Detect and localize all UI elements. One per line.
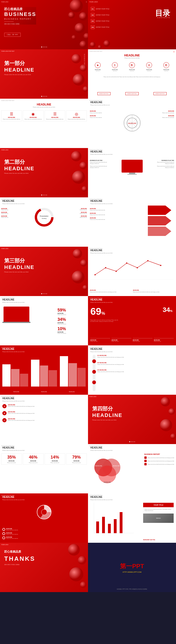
- slide-2-toc: YOUR LOGO 目录 CONTENTS 01 ENTER YOUR TITL…: [88, 0, 176, 49]
- svg-rect-60: [108, 524, 111, 533]
- s9-headline: HEADLINE: [2, 200, 14, 202]
- s11-section-cn: 第三部分: [4, 257, 25, 264]
- svg-point-46: [160, 419, 172, 431]
- slide-row-6: YOUR LOGO 第三部分 HEADLINE Please enter the…: [0, 247, 176, 296]
- s5-sub: Please enter the text and title you are …: [0, 106, 88, 108]
- svg-marker-30: [148, 216, 171, 226]
- s4-desc: Please enter the text that fits the titl…: [90, 76, 174, 78]
- stat-3: 10% HEADLINE Please enter the text: [57, 326, 86, 334]
- svg-point-55: [41, 509, 47, 515]
- s8-left: BUSINESS PLAN TWO Please enter the text …: [90, 160, 108, 168]
- btn-1[interactable]: ENTER YOUR TITLE: [97, 92, 111, 95]
- svg-point-0: [70, 0, 83, 12]
- col-b: ◉ HEADLINE Please enter the text that fi…: [23, 110, 43, 121]
- s18-section-cn: 第四部分: [92, 405, 113, 412]
- svg-point-38: [105, 267, 106, 268]
- s12-bottom: HEADLINE Please enter the text that fits…: [90, 290, 174, 292]
- svg-point-44: [161, 397, 170, 406]
- toc-item-3: 03 ENTER YOUR TITLE: [91, 19, 109, 23]
- tl-item-1: 01 HEADLINE Please enter the text that f…: [97, 355, 174, 358]
- svg-point-8: [98, 45, 102, 49]
- s7-headline: HEADLINE: [4, 166, 34, 172]
- svg-point-22: [79, 162, 87, 169]
- slide-3-section1: YOUR LOGO FOR TEXT 第一部分 HEADLINE Please …: [0, 49, 88, 99]
- s16-sub: Please enter the text and title you are …: [90, 351, 113, 352]
- btn-2[interactable]: ENTER YOUR TITLE: [125, 92, 138, 95]
- slide-5-4col: YOUR LOGO FOR TEXT HEADLINE Please enter…: [0, 99, 88, 148]
- timeline-dot-3: [92, 380, 96, 384]
- cover-main: 匠心造就品质 BUSINESS BUSINESS REPORT 感谢大家的工作报…: [4, 7, 36, 24]
- s23-main: 匠心造就品质 THANKS 感谢大家的工作报告汇报模板: [4, 550, 35, 565]
- timeline-dot-2: [92, 370, 96, 374]
- svg-point-3: [75, 23, 85, 33]
- slide-row-9: YOUR LOGO FOR TEXT HEADLINE Please enter…: [0, 395, 176, 444]
- svg-point-32: [73, 249, 82, 258]
- s15-headline: HEADLINE: [2, 348, 14, 350]
- svg-point-23: [72, 171, 85, 184]
- slide-row-3: YOUR LOGO FOR TEXT HEADLINE Please enter…: [0, 99, 176, 148]
- s8-right: BUSINESS PLAN TWO Please enter the text …: [156, 160, 174, 168]
- svg-point-24: [82, 186, 87, 192]
- s9-circle-svg: Presentation funding: [34, 207, 55, 228]
- slide-row-4: YOUR LOGO 第二部分 HEADLINE Please enter the…: [0, 148, 176, 197]
- svg-point-35: [82, 285, 88, 290]
- aperture-svg: HEADLINE: [123, 114, 141, 132]
- s20-report: BUSINESS REPORT Please enter the text th…: [144, 454, 175, 465]
- slide-20-venn: YOUR LOGO FOR TEXT HEADLINE Please enter…: [88, 444, 176, 494]
- s17-sub: Please enter the text and title you are …: [2, 400, 25, 402]
- s19-sub: Please enter the text and title you are …: [2, 450, 25, 451]
- s4-headline: HEADLINE: [88, 54, 176, 57]
- abc-b: B HEADLINE Please enter the text that fi…: [2, 411, 86, 415]
- cover-english: BUSINESS: [4, 11, 36, 17]
- slide-18-section4: YOUR LOGO 第四部分 HEADLINE Please enter the…: [88, 395, 176, 444]
- abc-a: A HEADLINE Please enter the text that fi…: [2, 404, 86, 408]
- cover-box: 汇报人：第一PPT: [4, 33, 21, 37]
- s21-i3: HEADLINEPlease enter the text that fits: [2, 536, 86, 539]
- svg-point-6: [79, 41, 87, 48]
- slide-row-7: YOUR LOGO FOR TEXT HEADLINE Please enter…: [0, 296, 176, 346]
- pct-35: 35% HEADLINE Please enter the text: [1, 454, 22, 465]
- s16-headline: HEADLINE: [90, 348, 102, 350]
- s24-url: HTTP://WWW.1PPT.COM: [109, 571, 156, 573]
- s15-bars: [2, 356, 86, 386]
- pct-46: 46% HEADLINE Please enter the text: [23, 454, 43, 465]
- s10-left: HEADLINE Please enter the text that fits…: [90, 208, 118, 220]
- svg-marker-31: [148, 226, 171, 236]
- cover-chinese: 匠心造就品质: [4, 7, 36, 11]
- svg-point-64: [78, 556, 86, 564]
- s14-i3: HEADLINE Please enter text: [133, 338, 152, 342]
- toc-label-4: ENTER YOUR TITLE: [96, 26, 109, 28]
- s23-logo: YOUR LOGO: [1, 544, 9, 545]
- pct-14: 14% HEADLINE Please enter the text: [45, 454, 65, 465]
- s8-sub: Please enter the text and title you are …: [90, 154, 113, 155]
- svg-point-1: [79, 12, 87, 20]
- svg-point-63: [68, 544, 80, 556]
- svg-text:HEADLINE: HEADLINE: [128, 122, 136, 124]
- slide-row-8: YOUR LOGO FOR TEXT HEADLINE Please enter…: [0, 346, 176, 395]
- aperture-left: HEADLINE Please enter the text that fits…: [90, 110, 108, 118]
- aperture-graphic: HEADLINE: [123, 114, 141, 133]
- s14-headline: HEADLINE: [90, 298, 102, 301]
- s18-sub: Please enter the text and title you thin…: [92, 419, 116, 421]
- monitor-graphic: [122, 160, 143, 174]
- s24-logo-big: 第一PPT HTTP://WWW.1PPT.COM: [109, 562, 156, 573]
- slide-row-5: YOUR LOGO FOR TEXT HEADLINE Please enter…: [0, 197, 176, 247]
- slide-row-10: YOUR LOGO FOR TEXT HEADLINE Please enter…: [0, 444, 176, 494]
- s3-balls: [57, 49, 88, 99]
- btn-3[interactable]: ENTER YOUR TITLE: [153, 92, 167, 95]
- cover-report: BUSINESS REPORT: [4, 18, 36, 20]
- svg-text:HEADLINE: HEADLINE: [104, 482, 111, 483]
- s5-cols: ☰ HEADLINE Please enter the text that fi…: [1, 110, 87, 121]
- toc-items: 01 ENTER YOUR TITLE 02 ENTER YOUR TITLE …: [91, 7, 109, 31]
- s12-headline: HEADLINE: [90, 249, 102, 252]
- s9-sub: Please enter the text and title you are …: [2, 203, 25, 204]
- s3-logo: YOUR LOGO FOR TEXT: [1, 50, 15, 52]
- timeline-dot-1: [92, 360, 96, 363]
- s10-headline: HEADLINE: [90, 200, 102, 202]
- s20-headline: HEADLINE: [90, 446, 102, 449]
- svg-text:HEADLINE: HEADLINE: [95, 465, 102, 466]
- toc-label-1: ENTER YOUR TITLE: [96, 8, 109, 10]
- s12-bl: HEADLINE Please enter the text that fits…: [90, 290, 131, 292]
- svg-text:HEADLINE: HEADLINE: [113, 465, 120, 466]
- slide-6-aperture: YOUR LOGO FOR TEXT HEADLINE Please enter…: [88, 99, 176, 148]
